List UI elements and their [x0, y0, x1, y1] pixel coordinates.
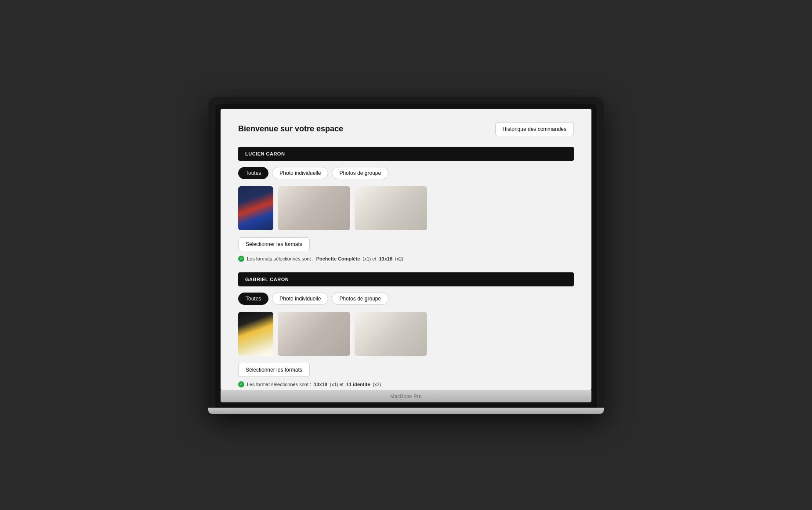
filter-tabs-gabriel: Toutes Photo individuelle Photos de grou…	[238, 293, 574, 305]
screen-bezel: Bienvenue sur votre espace Historique de…	[215, 104, 597, 408]
laptop-frame: Bienvenue sur votre espace Historique de…	[208, 97, 604, 414]
filter-tab-gabriel-individuelle[interactable]: Photo individuelle	[272, 293, 328, 305]
formats-text1-gabriel: (x1) et	[330, 382, 344, 387]
formats-text2-gabriel: (x2)	[373, 382, 381, 387]
filter-tab-lucien-toutes[interactable]: Toutes	[238, 167, 268, 179]
filter-tab-gabriel-groupe[interactable]: Photos de groupe	[332, 293, 388, 305]
photos-grid-gabriel	[238, 312, 574, 356]
filter-tab-lucien-individuelle[interactable]: Photo individuelle	[272, 167, 328, 179]
laptop-base	[208, 408, 604, 414]
macbook-label: MacBook Pro	[390, 394, 422, 399]
history-button[interactable]: Historique des commandes	[495, 122, 574, 136]
student-header-lucien: LUCIEN CARON	[238, 147, 574, 161]
formats-bold2-gabriel: 11 identite	[346, 382, 370, 387]
app-header: Bienvenue sur votre espace Historique de…	[238, 122, 574, 136]
selected-formats-info-gabriel: ✓ Les format sélectionnés sont : 13x18 (…	[238, 381, 574, 387]
photo-item[interactable]	[355, 186, 427, 230]
check-icon-lucien: ✓	[238, 256, 244, 262]
photo-item[interactable]	[355, 312, 427, 356]
formats-text1-lucien: (x1) et	[362, 256, 376, 261]
selected-formats-info-lucien: ✓ Les formats sélectionnés sont : Pochet…	[238, 256, 574, 262]
filter-tabs-lucien: Toutes Photo individuelle Photos de grou…	[238, 167, 574, 179]
check-icon-gabriel: ✓	[238, 381, 244, 387]
page-title: Bienvenue sur votre espace	[238, 124, 343, 134]
student-section-lucien: LUCIEN CARON Toutes Photo individuelle P…	[238, 147, 574, 262]
select-formats-wrapper-lucien: Sélectionner les formats	[238, 237, 574, 256]
photo-item[interactable]	[238, 312, 273, 356]
select-formats-button-gabriel[interactable]: Sélectionner les formats	[238, 363, 310, 377]
select-formats-button-lucien[interactable]: Sélectionner les formats	[238, 237, 310, 251]
screen: Bienvenue sur votre espace Historique de…	[221, 109, 591, 390]
formats-prefix-gabriel: Les format sélectionnés sont :	[247, 382, 311, 387]
photo-item[interactable]	[278, 186, 350, 230]
select-formats-wrapper-gabriel: Sélectionner les formats	[238, 363, 574, 381]
app-container: Bienvenue sur votre espace Historique de…	[221, 109, 591, 390]
formats-bold1-lucien: Pochette Complète	[316, 256, 360, 261]
formats-bold2-lucien: 13x18	[379, 256, 392, 261]
filter-tab-lucien-groupe[interactable]: Photos de groupe	[332, 167, 388, 179]
student-header-gabriel: GABRIEL CARON	[238, 272, 574, 286]
student-section-gabriel: GABRIEL CARON Toutes Photo individuelle …	[238, 272, 574, 387]
photo-item[interactable]	[238, 186, 273, 230]
formats-text2-lucien: (x2)	[395, 256, 403, 261]
photo-item[interactable]	[278, 312, 350, 356]
formats-prefix-lucien: Les formats sélectionnés sont :	[247, 256, 314, 261]
laptop-bottom-bar: MacBook Pro	[221, 390, 591, 402]
filter-tab-gabriel-toutes[interactable]: Toutes	[238, 293, 268, 305]
formats-bold1-gabriel: 13x18	[314, 382, 327, 387]
photos-grid-lucien	[238, 186, 574, 230]
